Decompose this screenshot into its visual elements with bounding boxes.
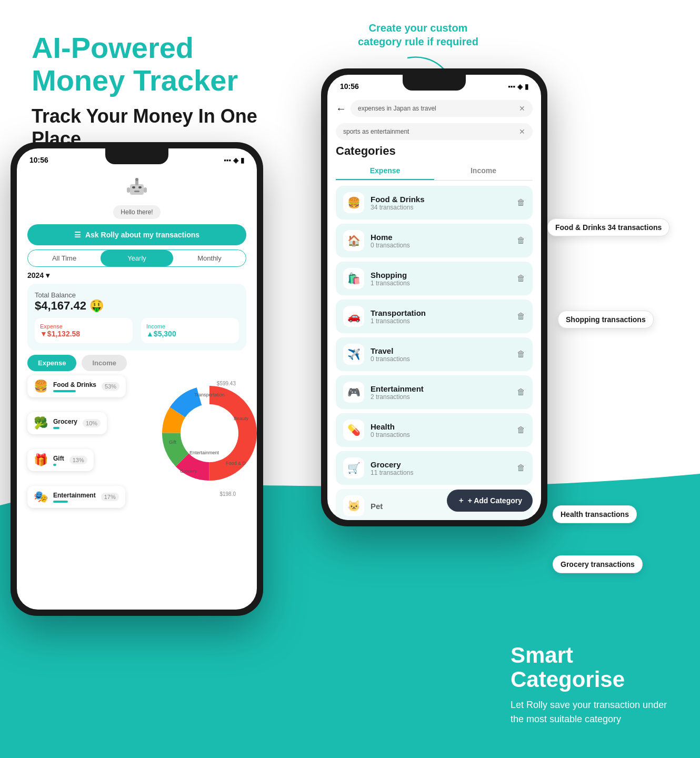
income-value: ▲$5,300 bbox=[146, 330, 234, 338]
phone1-time: 10:56 bbox=[29, 156, 48, 164]
cat-item-health[interactable]: 💊 Health 0 transactions 🗑 bbox=[336, 413, 533, 447]
add-category-button[interactable]: ＋ + Add Category bbox=[447, 490, 533, 512]
smart-title: Smart Categorise bbox=[511, 643, 679, 692]
health-icon: 💊 bbox=[343, 420, 364, 441]
svg-rect-0 bbox=[130, 184, 144, 195]
cat-card-grocery: 🥦 Grocery 10% bbox=[27, 412, 107, 434]
back-button[interactable]: ← bbox=[336, 103, 346, 115]
expense-toggle-btn[interactable]: Expense bbox=[27, 355, 76, 371]
greeting-bubble: Hello there! bbox=[113, 205, 160, 219]
svg-rect-2 bbox=[138, 186, 142, 188]
categories-title: Categories bbox=[336, 144, 533, 158]
gift-bar bbox=[53, 464, 56, 466]
svg-text:Transportation: Transportation bbox=[194, 392, 225, 397]
cat-item-food[interactable]: 🍔 Food & Drinks 34 transactions 🗑 bbox=[336, 186, 533, 220]
tab-expense[interactable]: Expense bbox=[336, 162, 434, 180]
battery-icon: ▮ bbox=[241, 156, 244, 164]
cat-item-entertainment[interactable]: 🎮 Entertainment 2 transactions 🗑 bbox=[336, 375, 533, 409]
entertain-delete-btn[interactable]: 🗑 bbox=[517, 387, 525, 397]
transport-delete-btn[interactable]: 🗑 bbox=[517, 312, 525, 321]
svg-rect-6 bbox=[127, 187, 130, 193]
entertainment-bar bbox=[53, 501, 68, 503]
transport-list-info: Transportation 1 transactions bbox=[371, 308, 511, 325]
cat-item-home[interactable]: 🏠 Home 0 transactions 🗑 bbox=[336, 224, 533, 257]
phone2-frame: 10:56 ▪▪▪ ◈ ▮ ← expenses in Japan as tra… bbox=[321, 68, 547, 526]
phone2-status-icons: ▪▪▪ ◈ ▮ bbox=[508, 83, 528, 91]
travel-list-info: Travel 0 transactions bbox=[371, 346, 511, 363]
transport-icon: 🚗 bbox=[343, 306, 364, 327]
cat-item-transportation[interactable]: 🚗 Transportation 1 transactions 🗑 bbox=[336, 300, 533, 333]
search-box-2[interactable]: sports as entertainment ✕ bbox=[336, 123, 533, 140]
health-delete-btn[interactable]: 🗑 bbox=[517, 425, 525, 435]
entertainment-amount: $198.0 bbox=[219, 491, 236, 497]
search-clear-2[interactable]: ✕ bbox=[519, 127, 525, 136]
expense-income-toggle: Expense Income bbox=[27, 355, 246, 371]
cat-item-shopping[interactable]: 🛍️ Shopping 1 transactions 🗑 bbox=[336, 262, 533, 295]
chevron-down-icon: ▾ bbox=[46, 271, 49, 280]
svg-text:Food & D: Food & D bbox=[226, 461, 246, 466]
grocery-icon: 🛒 bbox=[343, 457, 364, 478]
income-item: Income ▲$5,300 bbox=[141, 318, 239, 343]
expense-label: Expense bbox=[40, 323, 127, 330]
bottom-text-block: Smart Categorise Let Rolly save your tra… bbox=[511, 643, 679, 726]
food-emoji: 🍔 bbox=[34, 380, 48, 393]
tab-income[interactable]: Income bbox=[434, 162, 533, 180]
home-delete-btn[interactable]: 🗑 bbox=[517, 236, 525, 245]
svg-rect-7 bbox=[144, 187, 147, 193]
phone1-screen: 10:56 ▪▪▪ ◈ ▮ bbox=[17, 148, 257, 610]
donut-chart: Transportation Beauty Grocery Gift Food … bbox=[157, 381, 257, 486]
food-icon: 🍔 bbox=[343, 192, 364, 213]
cat-card-food: 🍔 Food & Drinks 53% bbox=[27, 375, 126, 397]
expense-item: Expense ▼$1,132.58 bbox=[35, 318, 133, 343]
search-clear-1[interactable]: ✕ bbox=[519, 104, 525, 113]
left-section: AI-Powered Money Tracker Track Your Mone… bbox=[0, 0, 295, 758]
grocery-bar bbox=[53, 427, 59, 429]
year-selector[interactable]: 2024 ▾ bbox=[27, 271, 246, 280]
pet-icon: 🐱 bbox=[343, 495, 364, 516]
phone2-content: ← expenses in Japan as travel ✕ sports a… bbox=[327, 95, 541, 520]
food-bar bbox=[53, 390, 76, 392]
phone2-time: 10:56 bbox=[340, 82, 359, 91]
cat-card-gift: 🎁 Gift 13% bbox=[27, 449, 94, 471]
shopping-bubble: Shopping transactions bbox=[558, 311, 654, 328]
filter-yearly[interactable]: Yearly bbox=[101, 250, 173, 266]
grocery-delete-btn[interactable]: 🗑 bbox=[517, 463, 525, 473]
balance-row: Expense ▼$1,132.58 Income ▲$5,300 bbox=[35, 318, 239, 343]
chart-area: 🍔 Food & Drinks 53% $599.43 🥦 Grocery bbox=[27, 375, 246, 512]
travel-icon: ✈️ bbox=[343, 344, 364, 365]
shopping-delete-btn[interactable]: 🗑 bbox=[517, 274, 525, 283]
filter-monthly[interactable]: Monthly bbox=[173, 250, 246, 266]
svg-rect-1 bbox=[132, 186, 135, 188]
income-label: Income bbox=[146, 323, 234, 330]
svg-text:Entertainment: Entertainment bbox=[189, 450, 219, 455]
gift-info: Gift bbox=[53, 455, 64, 466]
svg-text:Beauty: Beauty bbox=[234, 416, 249, 421]
balance-card: Total Balance $4,167.42 🤑 Expense ▼$1,13… bbox=[27, 284, 246, 351]
svg-text:Gift: Gift bbox=[169, 440, 177, 445]
cat-item-grocery[interactable]: 🛒 Grocery 11 transactions 🗑 bbox=[336, 451, 533, 485]
ask-rolly-button[interactable]: ☰ Ask Rolly about my transactions bbox=[27, 224, 246, 245]
phone1-notch bbox=[105, 148, 168, 164]
category-list: 🍔 Food & Drinks 34 transactions 🗑 🏠 Home bbox=[336, 186, 533, 520]
nav-row: ← expenses in Japan as travel ✕ bbox=[336, 100, 533, 120]
health-list-info: Health 0 transactions bbox=[371, 422, 511, 438]
home-icon: 🏠 bbox=[343, 230, 364, 251]
entertain-icon: 🎮 bbox=[343, 382, 364, 403]
phone1-wrapper: 10:56 ▪▪▪ ◈ ▮ bbox=[11, 142, 263, 616]
phone1-content: Hello there! ☰ Ask Rolly about my transa… bbox=[17, 168, 257, 512]
right-section: Create your custom category rule if requ… bbox=[295, 0, 700, 758]
balance-title: Total Balance bbox=[35, 291, 239, 299]
cat-item-travel[interactable]: ✈️ Travel 0 transactions 🗑 bbox=[336, 337, 533, 371]
filter-all-time[interactable]: All Time bbox=[28, 250, 101, 266]
income-toggle-btn[interactable]: Income bbox=[82, 355, 127, 371]
svg-rect-3 bbox=[134, 191, 139, 192]
gift-emoji: 🎁 bbox=[34, 453, 48, 467]
grocery-emoji: 🥦 bbox=[34, 416, 48, 430]
wifi-icon: ◈ bbox=[233, 156, 238, 164]
travel-delete-btn[interactable]: 🗑 bbox=[517, 350, 525, 359]
search-box-1[interactable]: expenses in Japan as travel ✕ bbox=[351, 100, 533, 117]
time-filter-bar: All Time Yearly Monthly bbox=[27, 250, 246, 267]
food-delete-btn[interactable]: 🗑 bbox=[517, 198, 525, 207]
health-bubble: Health transactions bbox=[553, 505, 637, 523]
shopping-list-info: Shopping 1 transactions bbox=[371, 271, 511, 287]
